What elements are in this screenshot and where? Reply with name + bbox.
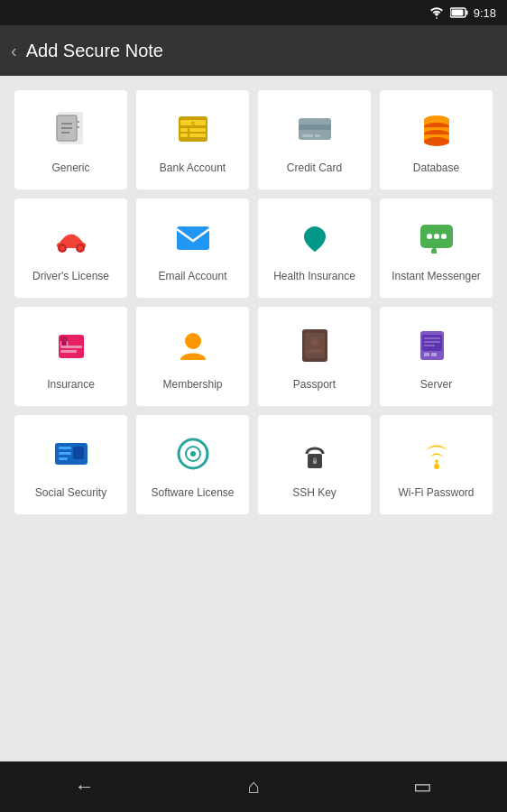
grid-item-database[interactable]: Database bbox=[380, 90, 493, 189]
svg-point-45 bbox=[61, 337, 67, 342]
ssh-key-icon bbox=[291, 430, 338, 477]
svg-rect-63 bbox=[59, 457, 68, 460]
bank-account-label: Bank Account bbox=[160, 161, 226, 176]
grid-item-bank-account[interactable]: $ Bank Account bbox=[136, 90, 249, 189]
social-security-label: Social Security bbox=[35, 486, 106, 501]
svg-rect-17 bbox=[189, 128, 206, 132]
grid-item-generic[interactable]: Generic bbox=[14, 90, 127, 189]
svg-rect-16 bbox=[189, 134, 206, 137]
grid-item-passport[interactable]: Passport bbox=[258, 307, 371, 406]
svg-point-52 bbox=[310, 337, 319, 346]
toolbar: ‹ Add Secure Note bbox=[0, 25, 507, 76]
page-title: Add Secure Note bbox=[26, 41, 163, 61]
credit-card-icon bbox=[291, 106, 338, 152]
svg-rect-61 bbox=[59, 447, 71, 449]
svg-rect-55 bbox=[424, 353, 429, 356]
svg-rect-14 bbox=[180, 128, 188, 132]
svg-point-37 bbox=[427, 234, 432, 239]
instant-messenger-label: Instant Messenger bbox=[392, 270, 481, 284]
grid-item-credit-card[interactable]: Credit Card bbox=[258, 90, 371, 189]
items-grid: Generic $ Bank Account Credit Card Datab… bbox=[14, 90, 493, 514]
back-button[interactable]: ‹ bbox=[11, 41, 17, 61]
status-icons: 9:18 bbox=[429, 6, 496, 20]
svg-point-33 bbox=[78, 246, 82, 251]
home-nav-button[interactable]: ⌂ bbox=[226, 769, 281, 805]
svg-rect-47 bbox=[60, 346, 82, 348]
svg-text:$: $ bbox=[190, 120, 195, 129]
svg-point-28 bbox=[424, 137, 449, 146]
grid-item-wifi-password[interactable]: Wi-Fi Password bbox=[380, 415, 493, 514]
svg-point-38 bbox=[434, 234, 439, 239]
passport-label: Passport bbox=[293, 378, 336, 392]
svg-rect-64 bbox=[73, 447, 84, 459]
generic-icon bbox=[48, 106, 95, 152]
generic-label: Generic bbox=[51, 161, 89, 176]
svg-rect-54 bbox=[422, 335, 442, 351]
database-icon bbox=[413, 106, 460, 152]
svg-point-67 bbox=[190, 451, 196, 457]
svg-rect-34 bbox=[177, 226, 209, 250]
grid-item-instant-messenger[interactable]: Instant Messenger bbox=[380, 198, 493, 298]
svg-rect-36 bbox=[431, 250, 437, 254]
wifi-status-icon bbox=[429, 6, 445, 19]
instant-messenger-icon bbox=[413, 214, 460, 261]
svg-rect-20 bbox=[302, 134, 313, 137]
email-account-label: Email Account bbox=[158, 270, 226, 284]
svg-rect-1 bbox=[466, 11, 467, 15]
software-license-label: Software License bbox=[151, 486, 234, 501]
recents-nav-button[interactable]: ▭ bbox=[395, 769, 449, 805]
grid-item-software-license[interactable]: Software License bbox=[136, 415, 249, 514]
wifi-password-icon bbox=[413, 430, 460, 477]
svg-point-71 bbox=[434, 464, 439, 469]
ssh-key-label: SSH Key bbox=[292, 486, 336, 501]
grid-item-drivers-license[interactable]: Driver's License bbox=[14, 198, 127, 298]
svg-rect-56 bbox=[431, 353, 437, 356]
svg-rect-62 bbox=[59, 452, 71, 455]
bank-account-icon: $ bbox=[170, 106, 217, 152]
status-time: 9:18 bbox=[474, 6, 496, 20]
grid-item-email-account[interactable]: Email Account bbox=[136, 198, 249, 298]
insurance-label: Insurance bbox=[47, 378, 95, 392]
svg-point-49 bbox=[185, 333, 201, 349]
svg-rect-48 bbox=[60, 350, 77, 353]
social-security-icon bbox=[48, 430, 95, 477]
server-icon bbox=[413, 322, 460, 369]
svg-point-32 bbox=[60, 246, 64, 251]
grid-item-social-security[interactable]: Social Security bbox=[14, 415, 127, 514]
insurance-icon bbox=[48, 322, 95, 369]
svg-rect-19 bbox=[299, 125, 331, 130]
svg-rect-15 bbox=[180, 134, 188, 137]
nav-bar: ← ⌂ ▭ bbox=[0, 761, 507, 812]
svg-point-39 bbox=[441, 234, 447, 239]
wifi-password-label: Wi-Fi Password bbox=[398, 486, 474, 501]
membership-icon bbox=[170, 322, 217, 369]
svg-rect-2 bbox=[451, 10, 463, 16]
back-nav-button[interactable]: ← bbox=[58, 769, 112, 805]
passport-icon bbox=[291, 322, 338, 369]
drivers-license-label: Driver's License bbox=[32, 270, 109, 284]
software-license-icon bbox=[170, 430, 217, 477]
battery-status-icon bbox=[450, 7, 468, 18]
grid-item-membership[interactable]: Membership bbox=[136, 307, 249, 406]
membership-label: Membership bbox=[162, 378, 222, 392]
credit-card-label: Credit Card bbox=[287, 161, 342, 176]
svg-point-70 bbox=[313, 457, 317, 461]
server-label: Server bbox=[420, 378, 452, 392]
svg-rect-21 bbox=[315, 134, 320, 137]
grid-item-health-insurance[interactable]: Health Insurance bbox=[258, 198, 371, 298]
email-account-icon bbox=[170, 214, 217, 261]
grid-item-server[interactable]: Server bbox=[380, 307, 493, 406]
database-label: Database bbox=[413, 161, 459, 176]
grid-item-insurance[interactable]: Insurance bbox=[14, 307, 127, 406]
status-bar: 9:18 bbox=[0, 0, 507, 25]
health-insurance-label: Health Insurance bbox=[273, 270, 355, 284]
main-content: Generic $ Bank Account Credit Card Datab… bbox=[0, 76, 507, 761]
drivers-license-icon bbox=[48, 214, 95, 261]
grid-item-ssh-key[interactable]: SSH Key bbox=[258, 415, 371, 514]
health-insurance-icon bbox=[291, 214, 338, 261]
